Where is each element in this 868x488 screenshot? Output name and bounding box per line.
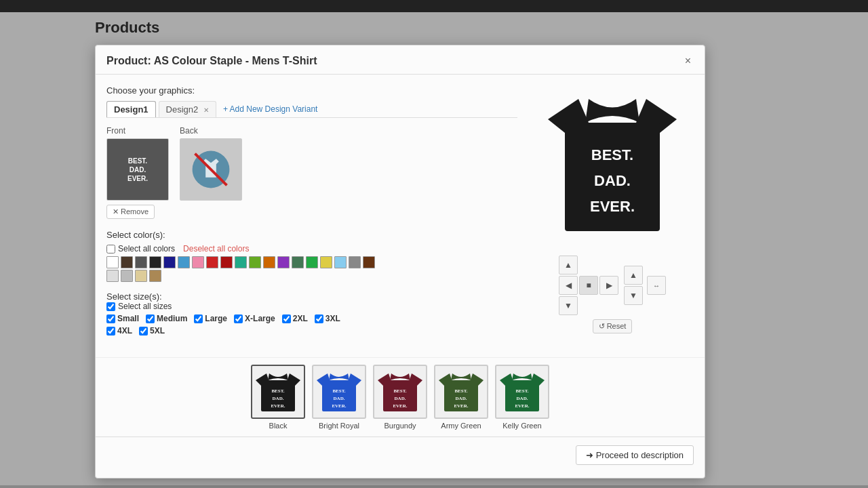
modal-body: Choose your graphics: Design1 Design2 ✕ … — [96, 75, 705, 357]
front-thumb-text: BEST.DAD.EVER. — [127, 157, 148, 183]
size-xlarge[interactable]: X-Large — [234, 314, 275, 323]
deselect-all-colors-link[interactable]: Deselect all colors — [183, 244, 249, 253]
modal-footer: ➜ Proceed to description — [96, 436, 705, 473]
swatch-charcoal[interactable] — [135, 256, 147, 268]
swatch-light-grey[interactable] — [106, 270, 119, 282]
tshirt-svg: BEST. DAD. EVER. — [545, 85, 680, 248]
swatch-dark-chocolate[interactable] — [121, 256, 133, 268]
select-all-sizes-row: Select all sizes — [106, 302, 517, 311]
color-section-header: Select color(s): — [106, 230, 517, 240]
variant-thumb-bright-royal: BEST. DAD. EVER. — [312, 365, 366, 419]
close-button[interactable]: × — [682, 55, 694, 67]
size-medium[interactable]: Medium — [146, 314, 187, 323]
swatch-silver[interactable] — [349, 256, 361, 268]
swatch-purple[interactable] — [277, 256, 290, 268]
move-left-button[interactable]: ◀ — [559, 276, 578, 295]
sizes-row-1: Small Medium Large X-Large 2XL — [106, 314, 517, 323]
size-5xl[interactable]: 5XL — [139, 326, 165, 336]
reset-controls: ↺ Reset — [593, 319, 633, 333]
svg-text:EVER.: EVER. — [393, 403, 407, 409]
svg-text:BEST.: BEST. — [454, 388, 467, 394]
variant-black[interactable]: BEST. DAD. EVER. Black — [251, 365, 305, 430]
scale-controls: ▲ ▼ — [624, 266, 643, 305]
svg-text:BEST.: BEST. — [393, 388, 406, 394]
size-4xl[interactable]: 4XL — [106, 326, 132, 336]
sizes-row-2: 4XL 5XL — [106, 326, 517, 336]
modal-title: Product: AS Colour Staple - Mens T-Shirt — [106, 55, 317, 67]
front-thumbnail: BEST.DAD.EVER. — [106, 138, 169, 201]
swatch-brown[interactable] — [363, 256, 375, 268]
variant-kelly-green[interactable]: BEST. DAD. EVER. Kelly Green — [495, 365, 549, 430]
center-button[interactable]: ■ — [579, 276, 598, 295]
size-3xl[interactable]: 3XL — [315, 314, 340, 323]
variant-thumb-burgundy: BEST. DAD. EVER. — [373, 365, 427, 419]
swatch-teal[interactable] — [235, 256, 247, 268]
vertical-controls: ▲ ◀ ■ ▶ ▼ — [559, 256, 618, 315]
swatch-red[interactable] — [206, 256, 218, 268]
select-all-colors-label[interactable]: Select all colors — [118, 244, 175, 253]
graphics-label: Choose your graphics: — [106, 85, 517, 96]
tab-design2[interactable]: Design2 ✕ — [159, 101, 216, 117]
swatch-lime[interactable] — [249, 256, 261, 268]
add-variant-button[interactable]: + Add New Design Variant — [223, 104, 318, 114]
svg-text:BEST.: BEST. — [271, 388, 284, 394]
swatch-kelly-green[interactable] — [306, 256, 318, 268]
swatch-sand[interactable] — [135, 270, 147, 282]
swatch-light-blue[interactable] — [334, 256, 347, 268]
tab-close-icon[interactable]: ✕ — [203, 106, 209, 114]
svg-text:DAD.: DAD. — [456, 396, 467, 401]
scale-down-button[interactable]: ▼ — [624, 286, 643, 305]
reset-button[interactable]: ↺ Reset — [593, 319, 633, 333]
scale-up-button[interactable]: ▲ — [624, 266, 643, 285]
size-small[interactable]: Small — [106, 314, 139, 323]
swatch-white[interactable] — [106, 256, 119, 268]
proceed-button[interactable]: ➜ Proceed to description — [576, 445, 694, 465]
move-right-button[interactable]: ▶ — [599, 276, 618, 295]
back-thumbnail — [180, 138, 242, 201]
variant-thumb-kelly-green: BEST. DAD. EVER. — [495, 365, 549, 419]
svg-text:EVER.: EVER. — [515, 403, 529, 409]
select-all-colors-checkbox[interactable] — [106, 245, 115, 253]
size-2xl[interactable]: 2XL — [282, 314, 308, 323]
swatch-dark-red[interactable] — [220, 256, 233, 268]
variant-bright-royal[interactable]: BEST. DAD. EVER. Bright Royal — [312, 365, 366, 430]
right-panel: BEST. DAD. EVER. ▲ ◀ ■ ▶ ▼ — [531, 85, 694, 346]
top-bar — [0, 0, 868, 12]
variant-thumb-black: BEST. DAD. EVER. — [251, 365, 305, 419]
variant-label-kelly-green: Kelly Green — [502, 422, 541, 430]
color-swatches-row1 — [106, 256, 517, 268]
tabs-row: Design1 Design2 ✕ + Add New Design Varia… — [106, 101, 517, 118]
left-panel: Choose your graphics: Design1 Design2 ✕ … — [106, 85, 517, 346]
product-variants: BEST. DAD. EVER. Black — [96, 357, 705, 436]
swatch-forest-green[interactable] — [292, 256, 304, 268]
remove-button[interactable]: ✕ Remove — [106, 205, 155, 219]
swatch-gold[interactable] — [320, 256, 332, 268]
swatch-orange[interactable] — [263, 256, 275, 268]
variant-army-green[interactable]: BEST. DAD. EVER. Army Green — [434, 365, 488, 430]
svg-text:EVER.: EVER. — [271, 403, 285, 409]
size-section-label: Select size(s): — [106, 291, 162, 302]
back-design-col: Back — [180, 126, 242, 219]
size-large[interactable]: Large — [194, 314, 227, 323]
swatch-navy[interactable] — [163, 256, 176, 268]
move-up-button[interactable]: ▲ — [559, 256, 578, 274]
swatch-cyan[interactable] — [178, 256, 190, 268]
swatch-pink[interactable] — [192, 256, 204, 268]
front-label: Front — [106, 126, 169, 136]
tab-design1[interactable]: Design1 — [106, 101, 156, 117]
expand-button[interactable]: ↔ — [647, 276, 666, 295]
variant-label-black: Black — [269, 422, 288, 430]
no-design-icon — [180, 138, 241, 201]
color-section-label: Select color(s): — [106, 230, 165, 240]
svg-text:BEST.: BEST. — [591, 146, 633, 163]
page-background: Products Product: AS Colour Staple - Men… — [0, 12, 868, 485]
svg-text:EVER.: EVER. — [590, 198, 635, 215]
swatch-black[interactable] — [149, 256, 161, 268]
back-label: Back — [180, 126, 242, 136]
variant-burgundy[interactable]: BEST. DAD. EVER. Burgundy — [373, 365, 427, 430]
move-down-button[interactable]: ▼ — [559, 296, 578, 315]
swatch-mid-grey[interactable] — [121, 270, 133, 282]
horizontal-controls: ◀ ■ ▶ — [559, 276, 618, 295]
select-all-sizes-checkbox[interactable] — [106, 302, 115, 311]
swatch-tan[interactable] — [149, 270, 161, 282]
